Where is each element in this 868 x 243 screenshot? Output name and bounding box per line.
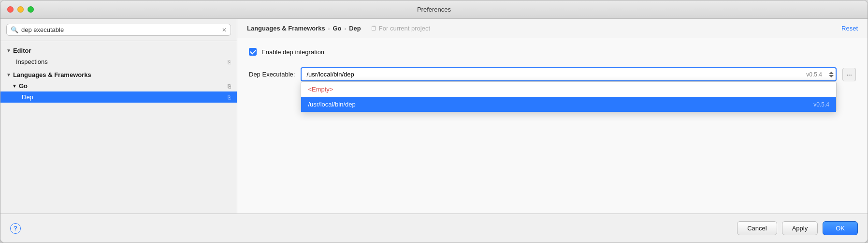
- right-panel: Languages & Frameworks › Go › Dep 🗒 For …: [237, 19, 868, 213]
- for-project-label: For current project: [379, 25, 430, 32]
- project-icon: 🗒: [371, 25, 377, 32]
- close-button[interactable]: [7, 6, 14, 13]
- traffic-lights: [7, 6, 34, 13]
- breadcrumb-part-3: Dep: [349, 25, 361, 32]
- spinner-down[interactable]: [829, 75, 834, 77]
- title-bar: Preferences: [0, 0, 868, 19]
- editor-section: ▼ Editor Inspections ⎘: [0, 45, 237, 67]
- go-header[interactable]: ▼ Go ⎘: [0, 80, 237, 91]
- go-copy-icon: ⎘: [228, 83, 231, 89]
- more-icon: ···: [846, 71, 852, 78]
- dep-executable-label: Dep Executable:: [249, 71, 295, 78]
- dep-executable-row: Dep Executable: v0.5.4 <Empty>: [249, 67, 856, 81]
- panel-header: Languages & Frameworks › Go › Dep 🗒 For …: [237, 19, 868, 38]
- more-button[interactable]: ···: [842, 68, 856, 81]
- dropdown-selected-item[interactable]: /usr/local/bin/dep v0.5.4: [301, 97, 836, 112]
- enable-label: Enable dep integration: [261, 48, 324, 56]
- sidebar-tree: ▼ Editor Inspections ⎘ ▼ Languages & Fra…: [0, 41, 237, 213]
- bottom-bar: ? Cancel Apply OK: [0, 213, 868, 243]
- dep-copy-icon: ⎘: [228, 94, 231, 100]
- editor-arrow: ▼: [6, 48, 11, 53]
- breadcrumb-part-1: Languages & Frameworks: [247, 25, 325, 32]
- dep-label: Dep: [22, 93, 33, 101]
- preferences-window: Preferences 🔍 ✕ ▼ Editor: [0, 0, 868, 243]
- dep-spinner[interactable]: [829, 72, 834, 77]
- inspections-label: Inspections: [16, 58, 48, 65]
- search-input[interactable]: [21, 26, 219, 33]
- panel-body: Enable dep integration Dep Executable: v…: [237, 38, 868, 213]
- dep-dropdown: <Empty> /usr/local/bin/dep v0.5.4: [301, 81, 837, 112]
- breadcrumb-sep-1: ›: [328, 26, 330, 31]
- minimize-button[interactable]: [17, 6, 24, 13]
- dep-version-badge: v0.5.4: [806, 71, 822, 78]
- help-icon: ?: [14, 225, 17, 232]
- sidebar: 🔍 ✕ ▼ Editor Inspections ⎘: [0, 19, 237, 213]
- editor-header[interactable]: ▼ Editor: [0, 45, 237, 56]
- languages-arrow: ▼: [6, 72, 11, 77]
- dropdown-version-label: v0.5.4: [813, 101, 829, 108]
- spinner-up[interactable]: [829, 72, 834, 74]
- languages-label: Languages & Frameworks: [13, 71, 91, 78]
- search-bar: 🔍 ✕: [0, 19, 237, 41]
- cancel-button[interactable]: Cancel: [737, 221, 777, 235]
- languages-section: ▼ Languages & Frameworks ▼ Go ⎘ Dep ⎘: [0, 69, 237, 103]
- ok-button[interactable]: OK: [823, 221, 858, 235]
- breadcrumb: Languages & Frameworks › Go › Dep: [247, 25, 361, 32]
- dep-input-wrapper: v0.5.4 <Empty> /usr/local/bin/dep: [301, 67, 837, 81]
- dropdown-path-label: /usr/local/bin/dep: [308, 101, 355, 108]
- enable-checkbox[interactable]: [249, 48, 257, 56]
- breadcrumb-part-2: Go: [333, 25, 342, 32]
- maximize-button[interactable]: [28, 6, 34, 13]
- go-arrow: ▼: [12, 83, 17, 89]
- search-input-wrapper[interactable]: 🔍 ✕: [6, 24, 231, 36]
- clear-icon[interactable]: ✕: [222, 27, 227, 33]
- for-project: 🗒 For current project: [371, 25, 430, 32]
- go-label: Go: [19, 82, 28, 90]
- breadcrumb-sep-2: ›: [345, 26, 347, 31]
- copy-icon: ⎘: [228, 59, 231, 65]
- dropdown-empty-item[interactable]: <Empty>: [301, 82, 836, 97]
- editor-label: Editor: [13, 47, 31, 54]
- help-button[interactable]: ?: [10, 223, 21, 234]
- window-title: Preferences: [417, 6, 451, 13]
- search-icon: 🔍: [11, 26, 18, 33]
- dep-item[interactable]: Dep ⎘: [0, 91, 237, 103]
- languages-header[interactable]: ▼ Languages & Frameworks: [0, 69, 237, 80]
- enable-row: Enable dep integration: [249, 48, 856, 56]
- dep-input[interactable]: [301, 67, 837, 81]
- main-content: 🔍 ✕ ▼ Editor Inspections ⎘: [0, 19, 868, 213]
- bottom-actions: Cancel Apply OK: [737, 221, 858, 235]
- dropdown-empty-label: <Empty>: [308, 86, 333, 93]
- apply-button[interactable]: Apply: [782, 221, 818, 235]
- inspections-item[interactable]: Inspections ⎘: [0, 56, 237, 67]
- reset-button[interactable]: Reset: [841, 25, 858, 32]
